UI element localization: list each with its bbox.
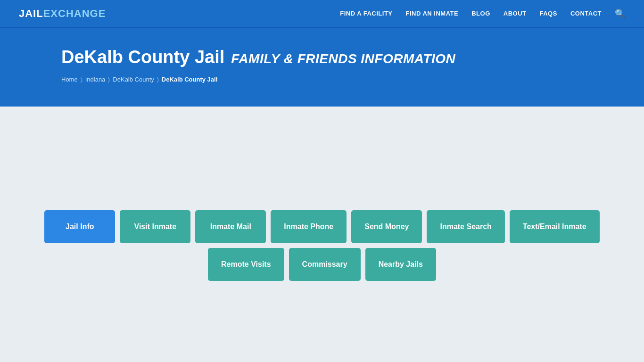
logo-jail: JAIL bbox=[19, 8, 43, 20]
nav-faqs[interactable]: FAQs bbox=[540, 10, 557, 17]
nav-blog[interactable]: BLOG bbox=[471, 10, 490, 17]
breadcrumb-sep-2: 〉 bbox=[108, 76, 110, 83]
logo-exchange: EXCHANGE bbox=[43, 8, 106, 20]
page-title-sub: FAMILY & FRIENDS INFORMATION bbox=[231, 51, 455, 66]
button-row-2: Remote Visits Commissary Nearby Jails bbox=[208, 248, 436, 281]
breadcrumb-current: DeKalb County Jail bbox=[162, 76, 217, 83]
nav-find-inmate[interactable]: FIND AN INMATE bbox=[406, 10, 459, 17]
breadcrumb-sep-1: 〉 bbox=[81, 76, 83, 83]
nav-find-facility[interactable]: FIND A FACILITY bbox=[340, 10, 392, 17]
btn-inmate-mail[interactable]: Inmate Mail bbox=[195, 210, 266, 243]
breadcrumb-indiana[interactable]: Indiana bbox=[85, 76, 106, 83]
logo[interactable]: JAIL EXCHANGE bbox=[19, 8, 106, 20]
btn-nearby-jails[interactable]: Nearby Jails bbox=[365, 248, 436, 281]
btn-commissary[interactable]: Commissary bbox=[289, 248, 361, 281]
btn-inmate-phone[interactable]: Inmate Phone bbox=[271, 210, 347, 243]
page-title-main: DeKalb County Jail bbox=[61, 47, 224, 67]
site-header: JAIL EXCHANGE FIND A FACILITY FIND AN IN… bbox=[0, 0, 644, 28]
hero-section: DeKalb County Jail FAMILY & FRIENDS INFO… bbox=[0, 28, 644, 107]
breadcrumb-dekalb-county[interactable]: DeKalb County bbox=[113, 76, 154, 83]
button-grid: Jail Info Visit Inmate Inmate Mail Inmat… bbox=[44, 210, 599, 281]
nav-about[interactable]: ABOUT bbox=[504, 10, 527, 17]
btn-inmate-search[interactable]: Inmate Search bbox=[427, 210, 504, 243]
main-content: Jail Info Visit Inmate Inmate Mail Inmat… bbox=[0, 107, 644, 309]
button-row-1: Jail Info Visit Inmate Inmate Mail Inmat… bbox=[44, 210, 599, 243]
btn-send-money[interactable]: Send Money bbox=[351, 210, 422, 243]
btn-remote-visits[interactable]: Remote Visits bbox=[208, 248, 284, 281]
page-title-container: DeKalb County Jail FAMILY & FRIENDS INFO… bbox=[61, 47, 625, 67]
breadcrumb-sep-3: 〉 bbox=[157, 76, 159, 83]
search-icon[interactable]: 🔍 bbox=[615, 8, 625, 19]
btn-visit-inmate[interactable]: Visit Inmate bbox=[120, 210, 190, 243]
btn-jail-info[interactable]: Jail Info bbox=[44, 210, 115, 243]
breadcrumb-home[interactable]: Home bbox=[61, 76, 78, 83]
nav-contact[interactable]: CONTACT bbox=[570, 10, 602, 17]
btn-text-email-inmate[interactable]: Text/Email Inmate bbox=[510, 210, 600, 243]
main-nav: FIND A FACILITY FIND AN INMATE BLOG ABOU… bbox=[340, 8, 625, 19]
breadcrumb: Home 〉 Indiana 〉 DeKalb County 〉 DeKalb … bbox=[61, 76, 625, 83]
